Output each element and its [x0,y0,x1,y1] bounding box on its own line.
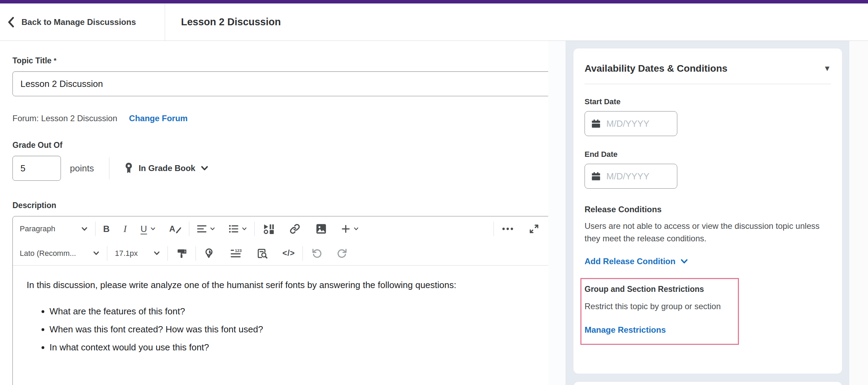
change-forum-link[interactable]: Change Forum [129,114,188,123]
source-code-button[interactable]: </> [282,249,295,258]
insert-stuff-button[interactable] [262,221,275,236]
editor-toolbar-row2: Lato (Recomm... 17.1px [13,241,552,266]
fullscreen-button[interactable] [528,221,540,236]
insert-more-dropdown-button[interactable] [341,224,359,233]
manage-restrictions-link[interactable]: Manage Restrictions [585,325,666,335]
brand-color-bar [0,0,868,3]
app-header: Back to Manage Discussions Lesson 2 Disc… [0,3,868,41]
start-date-placeholder: M/D/YYYY [606,118,649,129]
divider [196,246,196,261]
topic-title-label: Topic Title * [12,55,552,66]
forum-label: Forum: Lesson 2 Discussion [12,114,117,123]
paragraph-style-dropdown[interactable]: Paragraph [20,224,88,233]
accessibility-check-icon [205,248,215,259]
in-grade-book-label: In Grade Book [138,163,195,173]
divider [494,222,494,236]
description-label: Description [12,200,552,211]
chevron-down-icon [154,251,160,256]
end-date-input[interactable]: M/D/YYYY [585,164,677,189]
list-dropdown-button[interactable] [229,225,247,233]
chevron-down-icon [201,165,208,171]
divider [189,222,189,236]
grade-points-input[interactable] [12,156,61,181]
chevron-down-icon [151,227,155,231]
bullet-list-icon [229,225,238,233]
description-bullet-list: What are the features of this font? When… [27,302,538,356]
divider [254,222,255,236]
chevron-down-icon [93,251,99,256]
redo-icon [337,248,347,259]
points-label: points [70,163,94,174]
list-item: What are the features of this font? [49,302,538,320]
undo-icon [311,248,322,259]
italic-button[interactable]: I [124,223,127,234]
undo-button[interactable] [310,246,323,261]
calendar-icon [591,171,601,181]
image-icon [316,224,326,234]
back-label: Back to Manage Discussions [21,17,136,27]
start-date-label: Start Date [585,97,831,106]
insert-image-button[interactable] [315,221,327,236]
redo-button[interactable] [336,246,349,261]
list-item: When was this font created? How was this… [49,320,538,338]
divider [107,246,107,261]
description-rich-text-editor: Paragraph B I U A [12,216,552,385]
insert-link-button[interactable] [289,221,301,236]
line-numbering-button[interactable]: 123 [230,246,242,261]
divider [585,84,831,84]
availability-dates-conditions-card: Availability Dates & Conditions ▼ Start … [573,48,842,374]
topic-title-input[interactable] [12,71,552,96]
divider [168,246,168,261]
availability-card-title: Availability Dates & Conditions [585,63,727,74]
group-restrictions-description: Restrict this topic by group or section [585,302,732,311]
line-numbering-icon: 123 [230,249,242,258]
font-size-dropdown[interactable]: 17.1px [115,249,160,258]
page-title: Lesson 2 Discussion [181,3,281,41]
editor-toolbar-row1: Paragraph B I U A [13,216,552,241]
fullscreen-icon [529,224,539,234]
availability-rail: Availability Dates & Conditions ▼ Start … [566,41,849,385]
collapse-triangle-icon[interactable]: ▼ [823,64,831,73]
align-icon [197,225,207,233]
chevron-down-icon [680,259,688,264]
forum-row: Forum: Lesson 2 Discussion Change Forum [12,113,552,124]
chevron-down-icon [242,227,247,231]
back-chevron-icon [8,17,15,27]
next-collapsed-card [573,382,842,385]
group-section-restrictions-highlight: Group and Section Restrictions Restrict … [580,278,739,345]
font-color-button[interactable]: A [169,224,181,234]
add-release-condition-dropdown[interactable]: Add Release Condition [585,257,831,266]
in-grade-book-dropdown[interactable]: In Grade Book [125,163,208,174]
accessibility-check-button[interactable] [204,246,216,261]
divider [302,246,303,261]
availability-card-header[interactable]: Availability Dates & Conditions ▼ [585,48,831,74]
preview-find-icon [257,248,268,259]
brush-icon [175,227,181,234]
chevron-down-icon [210,227,215,231]
calendar-icon [591,119,601,128]
topic-edit-form: Topic Title * Forum: Lesson 2 Discussion… [12,41,552,385]
divider [109,157,109,179]
end-date-placeholder: M/D/YYYY [606,171,649,182]
bold-button[interactable]: B [103,224,110,234]
link-icon [290,224,300,234]
plus-icon [341,224,350,233]
insert-stuff-icon [263,224,274,234]
back-to-manage-discussions-link[interactable]: Back to Manage Discussions [0,3,165,41]
editor-content-area[interactable]: In this discussion, please write analyze… [13,266,552,356]
more-actions-button[interactable] [501,221,514,236]
grade-out-of-label: Grade Out Of [12,140,552,150]
page-right-margin [849,41,868,385]
grade-row: points In Grade Book [12,156,552,181]
format-painter-button[interactable] [175,246,188,261]
preview-button[interactable] [256,246,269,261]
description-intro: In this discussion, please write analyze… [27,276,490,294]
content-rail-gap [548,41,566,385]
font-family-dropdown[interactable]: Lato (Recomm... [20,249,99,258]
start-date-input[interactable]: M/D/YYYY [585,111,677,136]
underline-dropdown-button[interactable]: U [141,224,155,234]
chevron-down-icon [354,227,359,231]
brightspace-discussion-edit-page: Back to Manage Discussions Lesson 2 Disc… [0,0,868,385]
required-asterisk: * [54,57,56,64]
align-dropdown-button[interactable] [197,225,215,233]
